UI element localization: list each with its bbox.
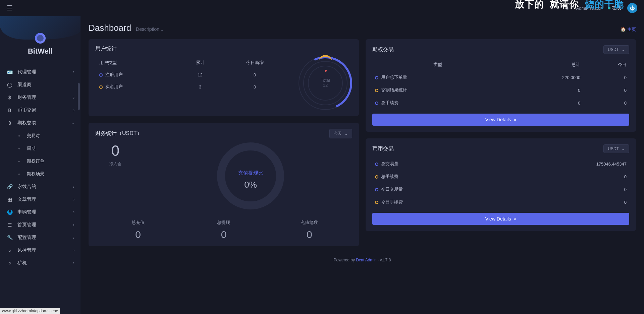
view-details-button[interactable]: View Details » bbox=[372, 114, 629, 126]
finance-card: 财务统计（USDT） 今天 ⌄ 0 净入金 充值提现比 0% bbox=[89, 123, 359, 246]
net-in-value: 0 bbox=[95, 142, 136, 159]
sidebar-item-label: 币币交易 bbox=[17, 107, 36, 113]
table-row: 注册用户120 bbox=[96, 69, 288, 80]
net-in-label: 净入金 bbox=[95, 161, 136, 167]
spot-table: 总交易量175046.445347总手续费0今日交易量0今日手续费0 bbox=[372, 157, 629, 209]
sidebar-item-5[interactable]: 🔗永续合约› bbox=[0, 180, 80, 193]
sidebar-item-label: 财务管理 bbox=[17, 95, 36, 101]
table-row: 总手续费0 bbox=[373, 171, 629, 183]
globe-icon: 🌐 bbox=[7, 209, 13, 215]
chevron-right-icon: › bbox=[73, 70, 74, 74]
finance-stat: 充值笔数0 bbox=[267, 219, 352, 240]
list-icon: ☰ bbox=[7, 222, 13, 228]
page-title: Dashboard bbox=[89, 23, 131, 33]
sidebar-subitem-4-3[interactable]: ○期权场景 bbox=[0, 168, 80, 180]
sidebar-item-3[interactable]: B币币交易› bbox=[0, 104, 80, 117]
chevron-right-icon: › bbox=[73, 108, 74, 113]
sidebar-item-1[interactable]: ◯渠道商 bbox=[0, 78, 80, 91]
sidebar-item-label: 期权场景 bbox=[27, 171, 44, 177]
sidebar-item-2[interactable]: $财务管理› bbox=[0, 91, 80, 104]
sidebar-item-label: 矿机 bbox=[17, 260, 27, 266]
table-row: 总交易量175046.445347 bbox=[373, 158, 629, 170]
footer-brand-link[interactable]: Dcat Admin bbox=[356, 258, 376, 262]
bold-icon: B bbox=[7, 108, 13, 113]
table-row: 交割结果统计00 bbox=[373, 84, 629, 96]
view-details-button[interactable]: View Details » bbox=[372, 213, 629, 225]
table-row: 实名用户30 bbox=[96, 81, 288, 92]
user-circle-icon: ◯ bbox=[7, 82, 13, 87]
period-select[interactable]: 今天 ⌄ bbox=[329, 129, 352, 138]
menu-toggle-icon[interactable]: ☰ bbox=[7, 4, 13, 12]
sidebar-item-0[interactable]: 🪪代理管理› bbox=[0, 66, 80, 78]
chevron-right-icon: › bbox=[73, 197, 74, 202]
sidebar-item-label: 周期 bbox=[27, 145, 36, 151]
circle-icon: ○ bbox=[7, 248, 13, 253]
status-bar-url: www.qkl.zz/admin/option-scene bbox=[0, 308, 60, 314]
sidebar: BitWell 🪪代理管理›◯渠道商$财务管理›B币币交易›₿期权交易⌄○交易对… bbox=[0, 16, 80, 314]
sidebar-item-label: 代理管理 bbox=[17, 69, 36, 75]
sidebar-item-label: 配置管理 bbox=[17, 235, 36, 241]
image-icon: ▦ bbox=[7, 197, 13, 202]
watermark-text: 放下的 就请你 烧的干脆 bbox=[515, 0, 624, 11]
sidebar-item-8[interactable]: ☰首页管理› bbox=[0, 218, 80, 231]
chevron-right-icon: › bbox=[73, 261, 74, 265]
dollar-icon: $ bbox=[7, 95, 13, 100]
sidebar-item-label: 永续合约 bbox=[17, 184, 36, 190]
ratio-gauge: 充值提现比 0% bbox=[217, 142, 284, 209]
sidebar-item-label: 渠道商 bbox=[17, 82, 32, 88]
circle-icon: ○ bbox=[16, 160, 22, 163]
sidebar-item-9[interactable]: 🔧配置管理› bbox=[0, 231, 80, 244]
circle-icon: ○ bbox=[16, 147, 22, 150]
bitcoin-icon: ₿ bbox=[7, 120, 13, 126]
card-title: 用户统计 bbox=[95, 45, 352, 52]
circle-icon: ○ bbox=[16, 134, 22, 137]
sidebar-item-label: 期权订单 bbox=[27, 158, 44, 164]
chevron-down-icon: ⌄ bbox=[622, 146, 625, 151]
card-title: 财务统计（USDT） bbox=[95, 130, 142, 137]
table-row: 用户总下单量220.00000 bbox=[373, 71, 629, 83]
sidebar-subitem-4-1[interactable]: ○周期 bbox=[0, 142, 80, 155]
chevron-right-icon: › bbox=[73, 223, 74, 227]
sidebar-subitem-4-2[interactable]: ○期权订单 bbox=[0, 155, 80, 168]
finance-stat: 总提现0 bbox=[181, 219, 266, 240]
sidebar-item-7[interactable]: 🌐申购管理› bbox=[0, 206, 80, 218]
finance-stat: 总充值0 bbox=[95, 219, 181, 240]
user-stats-donut: Total12 bbox=[299, 56, 352, 110]
sidebar-item-label: 首页管理 bbox=[17, 222, 36, 228]
link-icon: 🔗 bbox=[7, 184, 13, 189]
spot-card: 币币交易 USDT ⌄ 总交易量175046.445347总手续费0今日交易量0… bbox=[366, 138, 636, 231]
sidebar-item-6[interactable]: ▦文章管理› bbox=[0, 193, 80, 206]
options-card: 期权交易 USDT ⌄ 类型总计今日 用户总下单量220.00000交割结果统计… bbox=[366, 39, 636, 132]
page-description: Description... bbox=[136, 26, 163, 32]
sidebar-subitem-4-0[interactable]: ○交易对 bbox=[0, 129, 80, 142]
chevron-right-icon: › bbox=[73, 235, 74, 240]
sidebar-item-4[interactable]: ₿期权交易⌄ bbox=[0, 117, 80, 129]
chevron-right-icon: › bbox=[73, 184, 74, 189]
sidebar-item-10[interactable]: ○风控管理› bbox=[0, 244, 80, 257]
chevron-down-icon: ⌄ bbox=[622, 47, 625, 52]
table-row: 今日交易量0 bbox=[373, 183, 629, 195]
table-row: 今日手续费0 bbox=[373, 196, 629, 208]
chevron-down-icon: ⌄ bbox=[71, 121, 74, 125]
user-stats-card: 用户统计 用户类型 累计 今日新增 注册用户120实名用户30 bbox=[89, 39, 359, 116]
sidebar-item-label: 风控管理 bbox=[17, 247, 36, 253]
logo-icon bbox=[35, 33, 46, 44]
currency-select[interactable]: USDT ⌄ bbox=[603, 45, 629, 54]
table-row: 总手续费00 bbox=[373, 97, 629, 109]
sidebar-item-label: 申购管理 bbox=[17, 209, 36, 215]
user-stats-table: 用户类型 累计 今日新增 注册用户120实名用户30 bbox=[95, 56, 288, 93]
footer: Powered by Dcat Admin · v1.7.8 bbox=[89, 253, 636, 267]
home-link[interactable]: 🏠 主页 bbox=[621, 26, 636, 33]
id-card-icon: 🪪 bbox=[7, 69, 13, 75]
chevron-right-icon: › bbox=[73, 210, 74, 214]
wrench-icon: 🔧 bbox=[7, 235, 13, 240]
currency-select[interactable]: USDT ⌄ bbox=[603, 144, 629, 153]
chevron-right-icon: › bbox=[73, 95, 74, 100]
sidebar-item-11[interactable]: ○矿机› bbox=[0, 257, 80, 269]
chevron-right-icon: › bbox=[73, 248, 74, 253]
chevron-down-icon: ⌄ bbox=[344, 131, 348, 136]
brand-name: BitWell bbox=[0, 47, 80, 56]
sidebar-scrollbar[interactable] bbox=[78, 83, 80, 110]
power-icon[interactable]: ⏻ bbox=[627, 3, 637, 13]
circle-icon: ○ bbox=[7, 260, 13, 266]
